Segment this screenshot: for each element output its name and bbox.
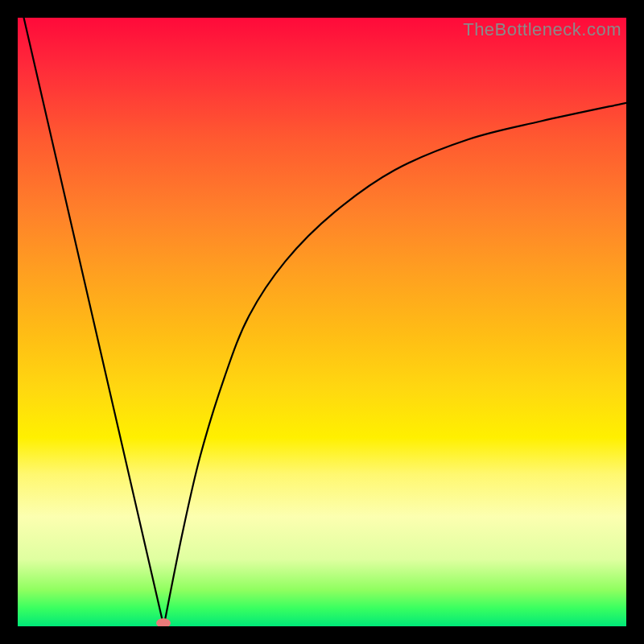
chart-frame: TheBottleneck.com — [0, 0, 644, 644]
bottleneck-curve — [24, 18, 626, 626]
minimum-marker — [156, 618, 171, 628]
curve-layer — [18, 18, 626, 626]
